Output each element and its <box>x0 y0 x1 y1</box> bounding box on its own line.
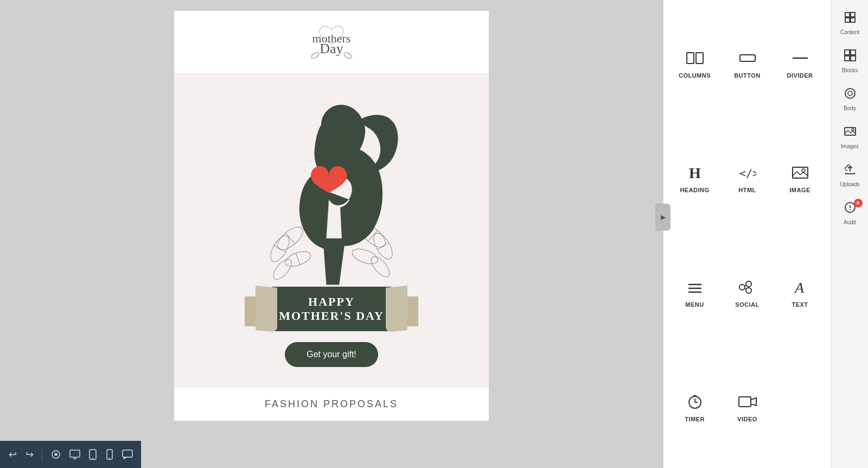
text-label: TEXT <box>792 301 808 308</box>
sidebar-tab-blocks[interactable]: Blocks <box>833 43 867 79</box>
content-item-text[interactable]: A TEXT <box>774 235 826 348</box>
svg-point-3 <box>343 52 353 60</box>
sidebar-collapse-button[interactable]: ▶ <box>655 204 671 231</box>
video-icon <box>738 392 757 412</box>
svg-point-62 <box>109 458 110 459</box>
content-grid: COLUMNS BUTTON DIVIDER <box>663 0 831 468</box>
svg-rect-43 <box>845 50 850 55</box>
content-item-video[interactable]: VIDEO <box>722 349 773 463</box>
heading-icon: H <box>686 163 704 182</box>
svg-line-5 <box>285 232 295 243</box>
comment-button[interactable] <box>122 446 133 463</box>
button-icon <box>739 48 756 68</box>
svg-point-48 <box>848 91 852 96</box>
heading-label: HEADING <box>680 187 709 193</box>
body-tab-label: Body <box>844 105 856 111</box>
svg-rect-40 <box>851 12 855 17</box>
cta-button[interactable]: Get your gift! <box>285 342 378 367</box>
social-label: SOCIAL <box>735 301 760 308</box>
html-icon: </> <box>739 163 756 182</box>
images-tab-label: Images <box>841 143 859 149</box>
content-panel: COLUMNS BUTTON DIVIDER <box>663 0 831 468</box>
image-label: IMAGE <box>789 187 810 193</box>
sidebar-tab-content[interactable]: Content <box>833 5 867 41</box>
content-item-columns[interactable]: COLUMNS <box>669 5 720 119</box>
content-item-divider[interactable]: DIVIDER <box>774 5 826 119</box>
sidebar-tab-uploads[interactable]: Uploads <box>833 157 867 193</box>
content-tab-icon <box>844 11 857 27</box>
blocks-tab-icon <box>844 49 857 65</box>
mothers-day-image: HAPPY MOTHER'S DAY Get your gift! <box>174 73 489 388</box>
svg-point-30 <box>746 288 751 293</box>
svg-rect-23 <box>793 167 808 178</box>
svg-point-47 <box>845 88 855 98</box>
columns-icon <box>686 48 704 68</box>
mobile-button[interactable] <box>105 446 114 463</box>
text-icon: A <box>792 277 809 297</box>
audit-tab-label: Audit <box>844 219 856 225</box>
svg-line-32 <box>745 288 746 289</box>
svg-rect-44 <box>851 50 856 55</box>
sidebar-tab-body[interactable]: Body <box>833 81 867 117</box>
svg-line-9 <box>296 253 300 264</box>
image-content: HAPPY MOTHER'S DAY Get your gift! <box>185 94 478 367</box>
content-item-heading[interactable]: H HEADING <box>669 120 720 233</box>
uploads-tab-icon <box>844 163 857 179</box>
logo-area: mothers Day <box>299 22 364 67</box>
svg-text:H: H <box>689 165 701 181</box>
mothers-day-illustration <box>250 94 413 300</box>
content-item-menu[interactable]: MENU <box>669 235 720 348</box>
audit-badge: 6 <box>854 199 863 207</box>
blocks-tab-label: Blocks <box>842 67 858 73</box>
svg-rect-39 <box>845 12 850 17</box>
html-label: HTML <box>738 187 756 193</box>
uploads-tab-label: Uploads <box>840 181 860 187</box>
banner-text: HAPPY MOTHER'S DAY <box>279 295 384 322</box>
desktop-button[interactable] <box>69 446 80 463</box>
email-header: mothers Day <box>174 11 489 73</box>
redo-button[interactable]: ↪ <box>25 446 34 463</box>
preview-button[interactable] <box>50 446 61 463</box>
toolbar-divider-1 <box>42 448 42 461</box>
email-canvas: mothers Day <box>174 11 489 421</box>
canvas-area: mothers Day <box>0 0 663 468</box>
right-sidebar: Content Blocks Body <box>831 0 868 468</box>
divider-label: DIVIDER <box>787 72 813 79</box>
button-label: BUTTON <box>734 72 761 79</box>
content-item-html[interactable]: </> HTML <box>722 120 773 233</box>
content-tab-label: Content <box>840 29 859 35</box>
content-item-timer[interactable]: TIMER <box>669 349 720 463</box>
menu-label: MENU <box>685 301 704 308</box>
svg-line-7 <box>274 245 285 251</box>
svg-text:A: A <box>794 279 805 296</box>
undo-button[interactable]: ↩ <box>8 446 17 463</box>
content-item-social[interactable]: SOCIAL <box>722 235 773 348</box>
fashion-proposals-text: FASHION PROPOSALS <box>174 388 489 421</box>
svg-rect-19 <box>740 55 755 61</box>
svg-point-60 <box>92 458 93 459</box>
svg-point-10 <box>270 256 295 282</box>
divider-icon <box>792 48 809 68</box>
bottom-toolbar: ↩ ↪ <box>0 441 141 468</box>
content-item-button[interactable]: BUTTON <box>722 5 773 119</box>
svg-point-2 <box>310 52 320 60</box>
image-icon <box>792 163 809 182</box>
social-icon <box>738 277 757 297</box>
sidebar-tab-audit[interactable]: Audit 6 <box>833 195 867 231</box>
sidebar-tab-images[interactable]: Images <box>833 119 867 155</box>
svg-point-53 <box>850 209 851 210</box>
content-item-image[interactable]: IMAGE <box>774 120 826 233</box>
svg-rect-38 <box>739 397 751 407</box>
svg-rect-42 <box>851 18 855 22</box>
svg-rect-17 <box>687 53 694 64</box>
svg-rect-18 <box>696 53 703 64</box>
svg-rect-56 <box>70 450 80 457</box>
body-tab-icon <box>844 87 857 103</box>
svg-point-16 <box>368 254 393 280</box>
svg-line-31 <box>745 285 746 286</box>
timer-icon <box>686 392 704 412</box>
tablet-button[interactable] <box>88 446 97 463</box>
svg-rect-41 <box>845 18 850 22</box>
svg-rect-45 <box>845 56 850 61</box>
logo-svg: mothers Day <box>299 22 364 65</box>
